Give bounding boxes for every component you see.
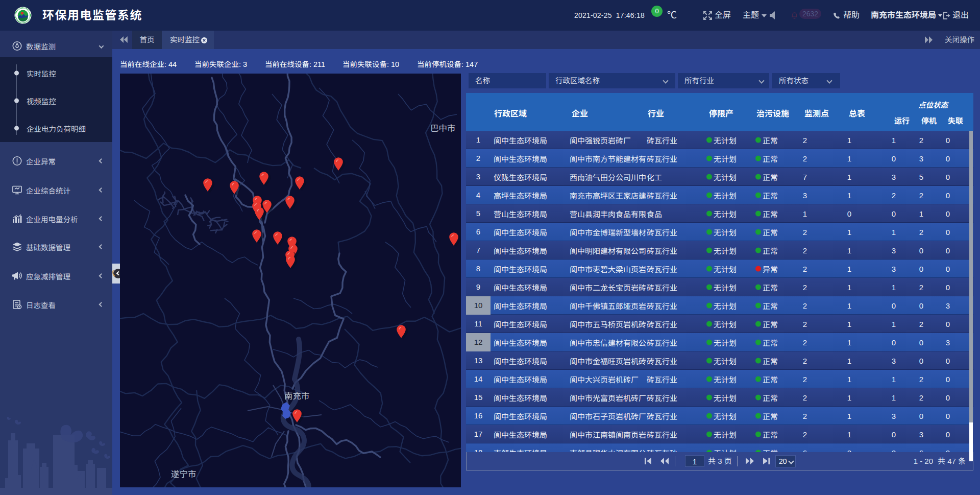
svg-text:遂宁市: 遂宁市 (171, 469, 197, 479)
svg-text:巴中市: 巴中市 (430, 124, 456, 133)
svg-text:南充市: 南充市 (284, 391, 310, 400)
